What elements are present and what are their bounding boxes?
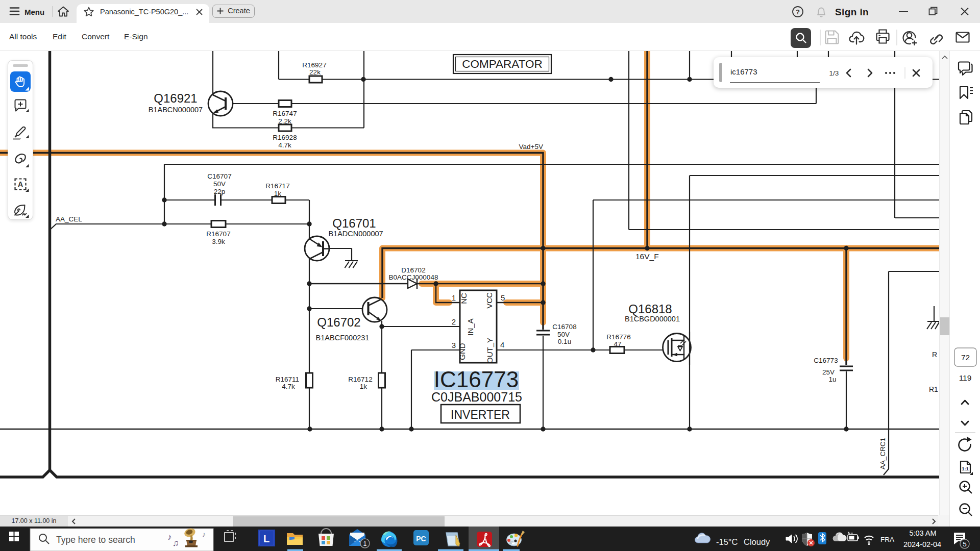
svg-text:1:1: 1:1 [962,466,969,471]
svg-text:R16712: R16712 [348,375,372,383]
svg-text:?: ? [796,8,800,16]
svg-text:B1ABCF000231: B1ABCF000231 [316,334,370,342]
svg-text:GND: GND [458,343,467,360]
svg-text:AA_CRC1: AA_CRC1 [879,438,887,469]
svg-text:D16702: D16702 [401,266,425,274]
svg-text:ic16773: ic16773 [730,67,757,76]
svg-text:4: 4 [500,340,504,349]
svg-text:2: 2 [452,317,456,326]
svg-text:16V_F: 16V_F [635,252,659,261]
svg-text:25V: 25V [822,368,835,376]
svg-text:Q16701: Q16701 [332,216,376,230]
svg-text:Q16702: Q16702 [317,315,360,329]
svg-text:L: L [263,533,270,544]
svg-text:1k: 1k [274,190,282,197]
svg-text:0.1u: 0.1u [558,338,571,345]
svg-text:1: 1 [363,540,367,547]
svg-text:22k: 22k [309,68,321,76]
svg-text:R16707: R16707 [206,230,230,238]
svg-text:A: A [18,180,23,188]
svg-text:R16711: R16711 [276,375,299,383]
svg-text:2024-02-04: 2024-02-04 [903,540,941,548]
svg-text:Q16921: Q16921 [154,91,197,105]
svg-text:R1: R1 [929,385,938,393]
svg-text:22p: 22p [214,188,226,195]
svg-text:C16707: C16707 [207,172,231,180]
svg-text:FRA: FRA [880,536,894,543]
svg-text:C0JBAB000715: C0JBAB000715 [431,390,522,404]
svg-text:VCC: VCC [485,292,494,309]
svg-text:INVERTER: INVERTER [451,408,510,421]
svg-text:R16928: R16928 [273,134,297,141]
svg-text:B1ABCN000007: B1ABCN000007 [149,106,203,114]
svg-text:NC: NC [459,293,468,304]
svg-text:1u: 1u [828,375,836,383]
svg-text:AA_CEL: AA_CEL [56,215,82,223]
svg-text:C16773: C16773 [814,357,838,364]
svg-text:COMPARATOR: COMPARATOR [462,58,543,70]
svg-text:50V: 50V [557,331,570,338]
svg-text:-15°C: -15°C [716,537,738,546]
svg-text:47: 47 [614,340,621,348]
svg-text:R16927: R16927 [302,61,326,69]
svg-text:Type here to search: Type here to search [56,535,135,545]
svg-text:72: 72 [961,353,970,362]
svg-text:♪: ♪ [167,532,172,542]
svg-text:♫: ♫ [173,538,179,548]
svg-text:PC: PC [416,535,426,543]
svg-text:4.7k: 4.7k [282,383,295,390]
svg-text:B1ADCN000007: B1ADCN000007 [328,230,383,238]
svg-text:♪: ♪ [202,530,206,538]
svg-text:1k: 1k [360,383,368,390]
svg-text:Menu: Menu [24,8,44,16]
svg-text:Q16818: Q16818 [628,302,672,316]
svg-text:OUT_Y: OUT_Y [485,338,494,363]
svg-text:Vad+5V: Vad+5V [519,143,543,151]
svg-text:B1CBGD000001: B1CBGD000001 [625,315,680,323]
svg-text:C16708: C16708 [552,323,576,331]
svg-text:R16717: R16717 [265,182,289,190]
svg-text:119: 119 [959,373,972,382]
svg-text:R16776: R16776 [606,333,630,341]
svg-text:4.7k: 4.7k [278,141,291,149]
svg-text:IN_A: IN_A [466,318,475,335]
svg-text:IC16773: IC16773 [434,367,519,392]
svg-text:3.9k: 3.9k [212,238,225,245]
svg-text:50V: 50V [213,180,226,188]
svg-text:Cloudy: Cloudy [744,537,770,546]
svg-text:1: 1 [452,293,456,302]
svg-text:5: 5 [501,293,505,302]
svg-text:5:03 AM: 5:03 AM [909,529,936,537]
svg-text:3: 3 [452,341,456,349]
svg-text:2.2k: 2.2k [278,117,291,125]
svg-text:R: R [932,350,937,359]
svg-text:R16747: R16747 [273,110,297,117]
svg-text:1/3: 1/3 [829,69,839,77]
svg-text:B0ACCJ000048: B0ACCJ000048 [389,273,438,281]
svg-text:5: 5 [963,540,967,548]
